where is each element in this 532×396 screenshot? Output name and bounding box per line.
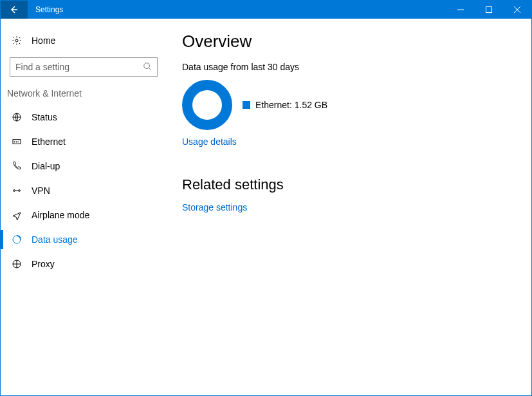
phone-icon xyxy=(11,161,23,171)
svg-rect-4 xyxy=(13,140,21,144)
sidebar-item-label: Status xyxy=(32,112,57,122)
sidebar-item-label: Proxy xyxy=(32,259,55,269)
svg-rect-0 xyxy=(486,7,492,13)
gear-icon xyxy=(11,35,23,46)
usage-details-link[interactable]: Usage details xyxy=(182,137,237,147)
arrow-left-icon xyxy=(9,5,19,15)
sidebar: Home Network & Internet Status Ethernet xyxy=(1,19,167,395)
sidebar-item-label: Data usage xyxy=(32,234,78,245)
close-icon xyxy=(514,6,520,13)
sidebar-item-label: Dial-up xyxy=(32,161,60,171)
proxy-icon xyxy=(11,259,23,269)
ethernet-icon xyxy=(11,137,23,147)
sidebar-item-airplane[interactable]: Airplane mode xyxy=(1,203,167,227)
title-bar: Settings xyxy=(1,1,531,19)
search-box[interactable] xyxy=(10,57,158,77)
minimize-icon xyxy=(457,6,464,13)
legend-label-ethernet: Ethernet: 1.52 GB xyxy=(255,100,327,110)
sidebar-item-label: Ethernet xyxy=(32,137,66,147)
close-button[interactable] xyxy=(503,1,531,19)
usage-chart-row: Ethernet: 1.52 GB xyxy=(182,80,516,130)
maximize-button[interactable] xyxy=(475,1,503,19)
vpn-icon xyxy=(11,185,23,196)
globe-icon xyxy=(11,112,23,122)
back-button[interactable] xyxy=(1,1,28,19)
sidebar-section-label: Network & Internet xyxy=(1,86,167,105)
sidebar-item-home[interactable]: Home xyxy=(1,28,167,53)
related-settings-heading: Related settings xyxy=(182,176,516,193)
svg-point-5 xyxy=(14,190,15,192)
sidebar-item-status[interactable]: Status xyxy=(1,105,167,129)
data-usage-donut-chart xyxy=(182,80,232,130)
sidebar-item-label: VPN xyxy=(32,185,50,196)
airplane-icon xyxy=(11,210,23,220)
sidebar-item-vpn[interactable]: VPN xyxy=(1,178,167,203)
svg-point-2 xyxy=(144,62,150,68)
window-controls xyxy=(446,1,531,19)
sidebar-item-label: Airplane mode xyxy=(32,210,89,220)
search-icon xyxy=(143,62,152,73)
sidebar-item-dialup[interactable]: Dial-up xyxy=(1,154,167,178)
page-heading: Overview xyxy=(182,32,516,52)
sidebar-item-proxy[interactable]: Proxy xyxy=(1,252,167,276)
svg-point-1 xyxy=(15,39,18,42)
usage-period-text: Data usage from last 30 days xyxy=(182,62,516,72)
search-input[interactable] xyxy=(15,62,143,72)
storage-settings-link[interactable]: Storage settings xyxy=(182,202,247,212)
legend-swatch-ethernet xyxy=(243,101,250,109)
svg-point-6 xyxy=(19,190,21,192)
home-label: Home xyxy=(32,35,55,46)
maximize-icon xyxy=(486,6,492,13)
sidebar-item-data-usage[interactable]: Data usage xyxy=(1,227,167,252)
main-content: Overview Data usage from last 30 days Et… xyxy=(167,19,531,395)
sidebar-item-ethernet[interactable]: Ethernet xyxy=(1,129,167,154)
window-title: Settings xyxy=(28,5,63,14)
minimize-button[interactable] xyxy=(446,1,475,19)
chart-legend: Ethernet: 1.52 GB xyxy=(243,100,327,110)
data-usage-icon xyxy=(11,234,23,245)
